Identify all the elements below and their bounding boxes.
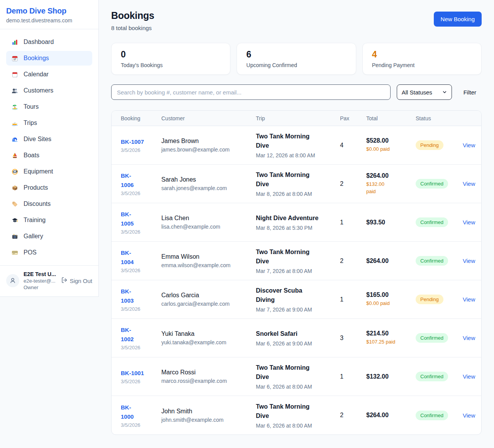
sidebar-item-dashboard[interactable]: Dashboard <box>6 35 92 49</box>
total-amount: $264.00 <box>366 172 416 179</box>
booking-id-link[interactable]: BK-1007 <box>121 137 161 147</box>
total-amount: $132.00 <box>366 373 416 380</box>
column-header-pax: Pax <box>340 115 366 121</box>
pax-value: 2 <box>340 180 366 187</box>
brand-domain: demo.test.divestreams.com <box>6 17 92 24</box>
stats-row: 0 Today's Bookings 6 Upcoming Confirmed … <box>111 43 482 75</box>
booking-id-link[interactable]: BK- 1000 <box>121 403 161 421</box>
trip-name: Two Tank Morning Dive <box>256 248 321 266</box>
trip-datetime: Mar 12, 2026 at 8:00 AM <box>256 152 340 158</box>
total-amount: $264.00 <box>366 258 416 264</box>
sidebar-item-dive-sites[interactable]: Dive Sites <box>6 132 92 147</box>
stat-value: 0 <box>121 49 221 60</box>
sidebar-item-label: Calendar <box>24 71 49 78</box>
table-row: BK- 1005 3/5/2026 Lisa Chen lisa.chen@ex… <box>112 203 481 242</box>
filter-button[interactable]: Filter <box>458 89 482 96</box>
view-link[interactable]: View <box>463 335 477 341</box>
sidebar-item-bookings[interactable]: 17 Bookings <box>6 51 92 66</box>
booking-id-link[interactable]: BK- 1004 <box>121 248 161 267</box>
booking-id-link[interactable]: BK- 1003 <box>121 287 161 305</box>
calendar-date-icon: 17 <box>11 55 19 62</box>
customer-name: Lisa Chen <box>161 215 256 222</box>
user-info: E2E Test U... e2e-tester@... Owner <box>24 271 57 290</box>
booking-id-link[interactable]: BK- 1006 <box>121 171 161 190</box>
sidebar-item-discounts[interactable]: Discounts <box>6 197 92 211</box>
view-link[interactable]: View <box>463 296 477 303</box>
booking-id-link[interactable]: BK-1001 <box>121 369 161 378</box>
sidebar-item-label: Tours <box>24 103 39 110</box>
status-badge: Confirmed <box>416 256 448 266</box>
table-row: BK-1001 3/5/2026 Marco Rossi marco.rossi… <box>112 357 481 396</box>
trip-name: Two Tank Morning Dive <box>256 170 321 189</box>
total-amount: $528.00 <box>366 137 416 144</box>
sidebar-item-trips[interactable]: Trips <box>6 116 92 130</box>
speedboat-icon <box>11 120 19 126</box>
booking-date: 3/5/2026 <box>121 268 161 273</box>
package-box-icon <box>11 184 19 191</box>
view-link[interactable]: View <box>463 180 477 187</box>
booking-date: 3/5/2026 <box>121 229 161 235</box>
table-row: BK- 1003 3/5/2026 Carlos Garcia carlos.g… <box>112 280 481 319</box>
sidebar-nav: Dashboard 17 Bookings Calendar Customers… <box>0 29 98 265</box>
sidebar-item-gallery[interactable]: Gallery <box>6 229 92 244</box>
user-name: E2E Test U... <box>24 271 57 277</box>
sidebar-item-label: Gallery <box>24 233 43 240</box>
booking-id-link[interactable]: BK- 1005 <box>121 210 161 228</box>
sidebar-item-training[interactable]: Training <box>6 213 92 227</box>
trip-datetime: Mar 8, 2026 at 8:00 AM <box>256 191 340 197</box>
view-link[interactable]: View <box>463 373 477 380</box>
sidebar-header: Demo Dive Shop demo.test.divestreams.com <box>0 0 98 29</box>
view-link[interactable]: View <box>463 258 477 264</box>
sidebar-item-equipment[interactable]: Equipment <box>6 164 92 179</box>
sidebar-item-label: Bookings <box>24 55 49 62</box>
customer-name: James Brown <box>161 138 256 145</box>
trip-datetime: Mar 6, 2026 at 9:00 AM <box>256 340 340 347</box>
status-filter-select[interactable]: All Statuses <box>397 84 452 100</box>
sidebar-item-boats[interactable]: Boats <box>6 148 92 163</box>
paid-amount: $107.25 paid <box>366 339 406 346</box>
chevron-down-icon <box>442 89 447 96</box>
status-badge: Confirmed <box>416 411 448 420</box>
booking-id-link[interactable]: BK- 1002 <box>121 325 161 344</box>
booking-date: 3/5/2026 <box>121 422 161 428</box>
customer-email: john.smith@example.com <box>161 417 256 423</box>
sidebar-item-tours[interactable]: Tours <box>6 99 92 114</box>
pax-value: 2 <box>340 258 366 264</box>
sailboat-icon <box>11 152 19 159</box>
view-link[interactable]: View <box>463 142 477 148</box>
sidebar-item-calendar[interactable]: Calendar <box>6 67 92 82</box>
sidebar-item-label: Training <box>24 217 46 224</box>
search-input[interactable] <box>111 84 391 100</box>
column-header-total: Total <box>366 115 416 121</box>
table-row: BK- 1004 3/5/2026 Emma Wilson emma.wilso… <box>112 242 481 280</box>
sidebar-item-customers[interactable]: Customers <box>6 83 92 98</box>
stat-card-pending-payment: 4 Pending Payment <box>362 43 482 75</box>
customer-email: sarah.jones@example.com <box>161 185 256 191</box>
table-row: BK-1007 3/5/2026 James Brown james.brown… <box>112 126 481 165</box>
pax-value: 3 <box>340 335 366 342</box>
filter-row: All Statuses Filter <box>111 84 482 100</box>
bar-chart-icon <box>11 39 19 45</box>
customer-email: james.brown@example.com <box>161 147 256 153</box>
trip-datetime: Mar 6, 2026 at 8:00 AM <box>256 423 340 429</box>
page-subtitle: 8 total bookings <box>111 25 154 31</box>
view-link[interactable]: View <box>463 219 477 226</box>
sidebar-item-pos[interactable]: POS <box>6 245 92 260</box>
status-badge: Pending <box>416 140 443 150</box>
paid-amount: $132.00 paid <box>366 181 406 195</box>
page-title: Bookings <box>111 10 154 21</box>
new-booking-button[interactable]: New Booking <box>434 12 482 27</box>
sidebar-item-label: Equipment <box>24 168 53 175</box>
sidebar-item-products[interactable]: Products <box>6 180 92 195</box>
person-icon <box>9 277 16 284</box>
sign-out-button[interactable]: Sign Out <box>61 277 92 285</box>
pax-value: 2 <box>340 412 366 419</box>
total-amount: $214.50 <box>366 330 416 337</box>
sidebar-item-label: Dashboard <box>24 39 54 45</box>
users-icon <box>11 87 19 94</box>
trip-name: Two Tank Morning Dive <box>256 402 321 421</box>
view-link[interactable]: View <box>463 412 477 419</box>
graduation-cap-icon <box>11 217 19 224</box>
column-header-customer: Customer <box>161 115 256 121</box>
sidebar-item-label: Boats <box>24 152 39 159</box>
